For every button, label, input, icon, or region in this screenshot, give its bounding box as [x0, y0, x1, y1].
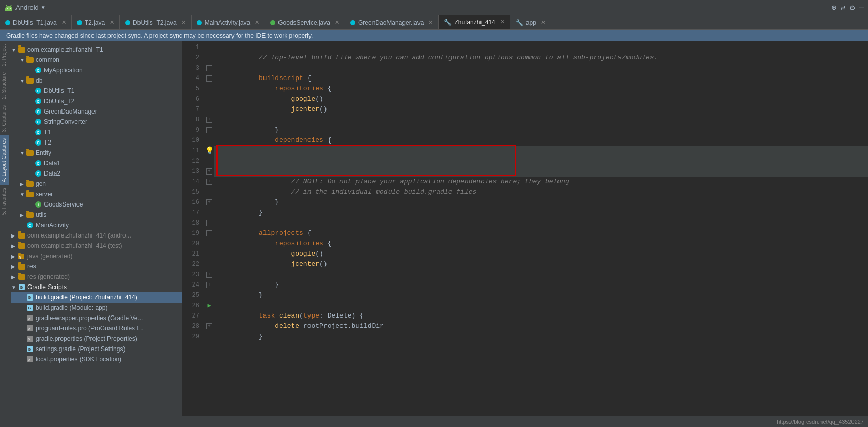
tab-close-icon[interactable]: ✕	[110, 19, 114, 26]
tree-item-goodsservice[interactable]: i GoodsService	[11, 199, 182, 210]
gutter-21	[204, 249, 214, 259]
tree-item-res[interactable]: ▶ res	[11, 261, 182, 272]
fold-icon[interactable]: -	[206, 220, 212, 226]
tree-item-local-properties[interactable]: p local.properties (SDK Location)	[11, 354, 182, 365]
fold-close-icon[interactable]: +	[206, 199, 212, 205]
tab-dbutils-t1[interactable]: DbUtils_T1.java ✕	[0, 15, 72, 29]
hint-icon[interactable]: 💡	[205, 146, 214, 156]
java-class-icon: C	[26, 222, 34, 229]
gutter-23[interactable]: +	[204, 270, 214, 280]
tree-item-build-gradle-app[interactable]: G build.gradle (Module: app)	[11, 303, 182, 313]
tab-mainactivity[interactable]: MainActivity.java ✕	[192, 15, 265, 29]
tree-section-gradle[interactable]: ▼ G Gradle Scripts	[11, 282, 182, 292]
gutter-28[interactable]: +	[204, 321, 214, 331]
tab-close-icon[interactable]: ✕	[61, 19, 66, 26]
tree-item-proguard[interactable]: p proguard-rules.pro (ProGuard Rules f..…	[11, 323, 182, 334]
editor-area[interactable]: 1 2 3 4 5 6 7 8 9 10 11 12 13 14 15 16 1…	[182, 41, 868, 416]
tab-close-icon[interactable]: ✕	[181, 19, 186, 26]
fold-icon[interactable]: -	[206, 75, 212, 82]
tree-arrow-icon: ▼	[20, 78, 26, 84]
tab-close-icon[interactable]: ✕	[541, 19, 546, 26]
main-content: 1: Project 2: Structure 3: Captures 4: L…	[0, 41, 868, 416]
gutter-13[interactable]: +	[204, 166, 214, 177]
gutter-24[interactable]: +	[204, 280, 214, 290]
tree-item-settings-gradle[interactable]: G settings.gradle (Project Settings)	[11, 344, 182, 354]
fold-icon[interactable]: -	[206, 65, 212, 71]
gutter-3[interactable]: -	[204, 63, 214, 73]
gutter-8[interactable]: +	[204, 115, 214, 125]
gutter-16[interactable]: +	[204, 197, 214, 208]
tab-close-icon[interactable]: ✕	[428, 19, 433, 26]
tree-item-utils[interactable]: ▶ utils	[11, 210, 182, 220]
fold-close-icon[interactable]: +	[206, 272, 212, 278]
tab-close-icon[interactable]: ✕	[255, 19, 259, 26]
line-num-11: 11	[182, 146, 204, 156]
line-num-25: 25	[182, 290, 204, 301]
tree-item-stringconverter[interactable]: C StringConverter	[11, 117, 182, 127]
tree-item-myapplication[interactable]: C MyApplication	[11, 65, 182, 75]
tree-item-example-android[interactable]: ▶ com.example.zhufanzhi_414 (andro...	[11, 230, 182, 241]
tree-item-mainactivity[interactable]: C MainActivity	[11, 220, 182, 230]
tree-item-data1[interactable]: C Data1	[11, 158, 182, 168]
tree-item-entity[interactable]: ▼ Entity	[11, 148, 182, 158]
tree-item-t2[interactable]: C T2	[11, 137, 182, 148]
gutter-4[interactable]: -	[204, 73, 214, 84]
tree-item-gradle-properties[interactable]: p gradle.properties (Project Properties)	[11, 334, 182, 344]
fold-icon[interactable]: -	[206, 230, 212, 236]
android-badge[interactable]: Android ▼	[4, 3, 46, 12]
run-icon[interactable]: ▶	[207, 301, 211, 311]
tree-item-db[interactable]: ▼ db	[11, 75, 182, 86]
code-line-13: // NOTE: Do not place your application d…	[214, 166, 868, 177]
tree-item-t1[interactable]: C T1	[11, 127, 182, 137]
tab-greendaomanager[interactable]: GreenDaoManager.java ✕	[345, 15, 439, 29]
tree-item-gen[interactable]: ▶ gen	[11, 179, 182, 189]
tab-zhufanzhi[interactable]: 🔧 Zhufanzhi_414 ✕	[439, 15, 510, 29]
tab-goodsservice[interactable]: GoodsService.java ✕	[265, 15, 345, 29]
sync-icon[interactable]: ⇄	[841, 3, 846, 13]
add-icon[interactable]: ⊕	[831, 3, 836, 13]
tree-item-greendaomanager[interactable]: C GreenDaoManager	[11, 106, 182, 117]
fold-close-icon[interactable]: +	[206, 168, 212, 175]
gutter-19[interactable]: -	[204, 228, 214, 239]
minimize-icon[interactable]: —	[859, 3, 864, 13]
tab-dot-icon	[350, 20, 355, 25]
code-line-29	[214, 331, 868, 342]
tree-item-example-test[interactable]: ▶ com.example.zhufanzhi_414 (test)	[11, 241, 182, 251]
side-panel-structure[interactable]: 2: Structure	[0, 69, 9, 102]
fold-close-icon[interactable]: +	[206, 323, 212, 329]
fold-close-icon[interactable]: +	[206, 117, 212, 123]
tree-item-res-generated[interactable]: ▶ res (generated)	[11, 272, 182, 282]
fold-icon[interactable]: -	[206, 127, 212, 133]
tab-app[interactable]: 🔧 app ✕	[510, 15, 551, 29]
android-dropdown-icon[interactable]: ▼	[41, 5, 46, 10]
tree-item-java-generated[interactable]: ▶ g java (generated)	[11, 251, 182, 261]
side-panel-layout[interactable]: 4: Layout Captures	[0, 135, 9, 185]
tree-item-dbutilst1[interactable]: C DbUtils_T1	[11, 86, 182, 96]
side-panel-favorites[interactable]: 5: Favorites	[0, 185, 9, 218]
side-panel-project[interactable]: 1: Project	[0, 41, 9, 69]
tab-t2[interactable]: T2.java ✕	[72, 15, 120, 29]
settings-icon[interactable]: ⚙	[850, 3, 855, 13]
tree-item-label: local.properties (SDK Location)	[36, 356, 121, 363]
fold-close-icon[interactable]: +	[206, 282, 212, 288]
line-num-19: 19	[182, 228, 204, 239]
tab-dbutils-t2[interactable]: DbUtils_T2.java ✕	[120, 15, 192, 29]
tree-item-root[interactable]: ▼ com.example.zhufanzhi_T1	[11, 44, 182, 55]
gutter-9[interactable]: -	[204, 125, 214, 135]
tree-item-gradle-wrapper[interactable]: p gradle-wrapper.properties (Gradle Ve..…	[11, 313, 182, 323]
java-class-icon: C	[34, 129, 42, 136]
fold-close-icon[interactable]: +	[206, 179, 212, 185]
gutter-18[interactable]: -	[204, 218, 214, 228]
tree-item-server[interactable]: ▼ server	[11, 189, 182, 199]
side-panel-captures[interactable]: 3: Captures	[0, 102, 9, 135]
tree-item-label: java (generated)	[27, 252, 72, 260]
tree-item-common[interactable]: ▼ common	[11, 55, 182, 65]
tab-close-icon[interactable]: ✕	[500, 19, 505, 25]
tab-close-icon[interactable]: ✕	[335, 19, 339, 26]
tree-item-data2[interactable]: C Data2	[11, 168, 182, 179]
tree-item-build-gradle-project[interactable]: G build.gradle (Project: Zhufanzhi_414)	[11, 292, 182, 303]
gutter-11: 💡	[204, 146, 214, 156]
gutter-14[interactable]: +	[204, 177, 214, 187]
tree-item-dbutilst2[interactable]: C DbUtils_T2	[11, 96, 182, 106]
line-num-9: 9	[182, 125, 204, 135]
